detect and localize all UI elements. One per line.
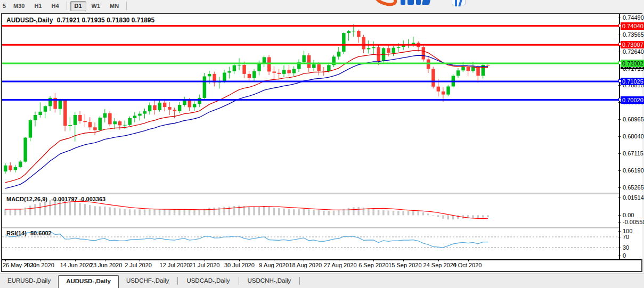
axis-tick-mark [618,187,621,188]
symbol-tab-usdcnh[interactable]: USDCNH-,Daily [240,275,299,287]
date-label: 2 Jul 2020 [125,262,152,268]
tab-separator [299,277,300,285]
axis-tick-label: 0.68965 [623,116,644,122]
macd-values: -0.001797 -0.003363 [51,196,105,202]
tab-separator [177,277,178,285]
axis-tick-label: 0.67115 [623,150,643,157]
axis-tick-mark [618,198,621,198]
axis-tick-label: 0.00 [623,212,634,218]
axis-tick-mark [618,231,621,232]
axis-tick-label: 0.015142 [623,194,644,201]
timeframe-button-h4[interactable]: H4 [47,1,63,11]
axis-tick-label: 70 [623,234,629,240]
symbol-tab-bar: EURUSD-,DailyAUDUSD-,DailyUSDCHF-,DailyU… [0,274,644,288]
mt4-application: 5M30H1H4D1W1MN AUDUSD-,Daily 0.71921 0.7… [0,0,644,288]
date-label: 15 Sep 2020 [388,262,421,268]
axis-tick-label: 0 [623,252,626,259]
symbol-tab-audusd[interactable]: AUDUSD-,Daily [58,275,119,288]
axis-tick-label: 0.74490 [623,14,644,21]
date-label: 4 Jun 2020 [25,262,54,268]
symbol-tab-usdcad[interactable]: USDCAD-,Daily [179,275,237,287]
timeframe-button-mn[interactable]: MN [105,1,123,11]
axis-tick-label: 0.65265 [623,184,644,191]
price-line-badge[interactable]: 0.73007 [621,41,644,48]
rsi-name: RSI(14) [6,230,27,236]
price-scale[interactable]: 0.744900.735650.726400.717150.708150.698… [620,14,642,259]
logo-glyph [422,0,431,5]
logo-swoosh-icon [373,0,399,6]
timeframe-button-5[interactable]: 5 [1,1,8,11]
axis-tick-label: 0.72640 [623,48,644,55]
date-label: 9 Aug 2020 [259,262,289,268]
date-label: 23 Jun 2020 [90,262,123,268]
logo-glyph [401,0,405,5]
logo-glyph [416,0,421,5]
rsi-pane-canvas[interactable] [2,228,619,259]
date-label: 24 Sep 2020 [423,262,456,268]
line-handle[interactable] [618,24,622,27]
date-label: 14 Jun 2020 [60,262,93,268]
timeframe-button-d1[interactable]: D1 [70,1,86,11]
axis-tick-mark [618,119,621,120]
timeframe-button-w1[interactable]: W1 [87,1,105,11]
macd-name: MACD(12,26,9) [6,196,47,202]
line-handle[interactable] [618,98,622,101]
macd-indicator-label: MACD(12,26,9) -0.001797 -0.003363 [6,196,108,202]
axis-tick-mark [618,136,621,137]
chart-ohlc-values: 0.71921 0.71935 0.71830 0.71895 [57,17,155,24]
date-label: 27 Aug 2020 [324,262,357,268]
price-line-badge[interactable]: 0.72002 [621,60,644,67]
symbol-tab-eurusd[interactable]: EURUSD-,Daily [0,275,58,287]
date-label: 21 Jul 2020 [190,262,220,268]
axis-tick-label: 0.66190 [623,167,644,174]
pane-divider[interactable] [2,227,641,228]
axis-tick-mark [618,248,621,248]
timeframe-toolbar: 5M30H1H4D1W1MN [0,0,644,12]
axis-tick-mark [618,215,621,216]
pane-divider[interactable] [2,193,641,194]
logo-glyph [407,0,414,5]
axis-tick-mark [618,222,621,223]
price-line-badge[interactable]: 0.70020 [621,96,644,104]
axis-tick-label: -0.005595 [623,219,644,225]
axis-tick-label: 30 [623,244,629,251]
date-label: 6 Sep 2020 [358,262,388,268]
rsi-value: 50.6002 [30,230,52,236]
axis-tick-mark [618,35,621,35]
date-scale[interactable]: 26 May 20204 Jun 202014 Jun 202023 Jun 2… [2,260,619,271]
date-label: 12 Jul 2020 [160,262,190,268]
axis-tick-mark [618,18,621,18]
tab-separator [239,277,239,285]
chart-symbol-label: AUDUSD-,Daily [6,17,53,24]
line-handle[interactable] [618,61,622,64]
date-label: 18 Aug 2020 [289,262,322,268]
axis-tick-mark [618,256,621,256]
broker-logo [373,0,479,6]
timeframe-button-h1[interactable]: H1 [30,1,46,11]
axis-tick-mark [618,170,621,171]
axis-tick-label: 0.73565 [623,31,644,38]
axis-tick-label: 0.68040 [623,133,644,139]
logo-mark-icon [452,0,466,5]
price-pane-canvas[interactable] [2,15,619,193]
toolbar-separator [126,2,127,10]
date-axis-border [2,259,641,260]
line-handle[interactable] [618,79,622,83]
symbol-tab-usdchf[interactable]: USDCHF-,Daily [119,275,177,287]
date-label: 30 Jul 2020 [224,262,255,268]
chart-title: AUDUSD-,Daily 0.71921 0.71935 0.71830 0.… [6,17,157,24]
line-handle[interactable] [618,43,622,46]
toolbar-separator [67,2,67,10]
date-label: 4 Oct 2020 [453,262,482,268]
axis-tick-mark [618,237,621,237]
price-line-badge[interactable]: 0.74040 [621,22,644,30]
axis-tick-mark [618,52,621,52]
axis-tick-mark [618,153,621,154]
rsi-indicator-label: RSI(14) 50.6002 [6,230,54,236]
price-line-badge[interactable]: 0.71025 [621,78,644,85]
timeframe-button-m30[interactable]: M30 [9,1,29,11]
